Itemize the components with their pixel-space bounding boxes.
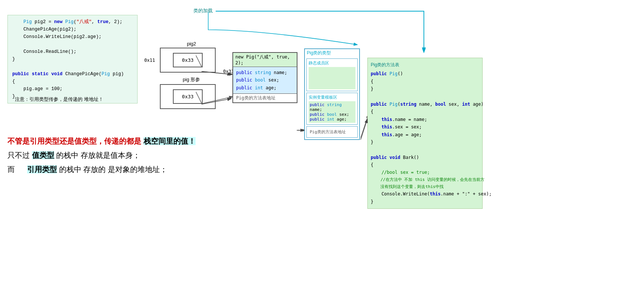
pig-param-label: pig 形参: [160, 76, 223, 83]
pig2-stack-label: pig2: [160, 41, 223, 47]
pig-static-content: [309, 67, 355, 89]
pig2-cell: 0x33: [173, 53, 203, 67]
pig-param-outer: 0x33: [160, 84, 216, 109]
heap-object-fields: public string name; public bool sex; pub…: [233, 67, 297, 93]
heap-object-box: new Pig("八戒", true, 2); public string na…: [232, 52, 297, 103]
svg-line-0: [196, 55, 202, 67]
bottom-line-2: 只不过 值类型 的栈中 存放就是值本身；: [7, 148, 196, 162]
pig-param-cell: 0x33: [173, 89, 203, 104]
bottom-line-3: 而 引用类型 的栈中 存放的 是对象的堆地址；: [7, 162, 196, 176]
pig2-addr: 0x11: [144, 58, 155, 63]
pig-type-label: Pig类的类型: [305, 49, 359, 57]
stack-diagram: pig2 0x11 0x33 pig 形参 0x33: [160, 41, 223, 111]
svg-line-1: [196, 92, 202, 103]
method-table-label: Pig类的方法表: [371, 61, 479, 68]
pig-static-section: 静态成员区: [306, 58, 358, 91]
class-load-label: 类的加载: [193, 7, 213, 14]
pig-inst-name: public string name;: [310, 102, 354, 112]
pig-inst-age: public int age;: [310, 117, 354, 122]
pig-instance-label: 实例变量模板区: [309, 95, 355, 100]
svg-line-5: [361, 119, 367, 140]
pig-static-label: 静态成员区: [309, 60, 355, 66]
heap-method-addr: Pig类的方法表地址: [233, 93, 297, 102]
method-table-code: public Pig() { } public Pig(string name,…: [371, 70, 479, 205]
pig-type-box: Pig类的类型 静态成员区 实例变量模板区 public string name…: [304, 48, 360, 140]
pig2-stack-outer: 0x11 0x33: [160, 48, 216, 73]
pig-method-addr-section: Pig类的方法表地址: [306, 126, 358, 138]
heap-field-sex: public bool sex;: [236, 76, 294, 84]
heap-field-age: public int age;: [236, 84, 294, 92]
heap-field-name: public string name;: [236, 69, 294, 76]
bottom-line-1: 不管是引用类型还是值类型，传递的都是 栈空间里的值！: [7, 134, 196, 148]
heap-object-header: new Pig("八戒", true, 2);: [233, 53, 297, 67]
pig-instance-content: public string name; public bool sex; pub…: [309, 101, 355, 123]
annotation-note: 注意：引用类型传参，是传递的 堆地址！: [15, 96, 103, 103]
method-table-box: Pig类的方法表 public Pig() { } public Pig(str…: [367, 58, 483, 209]
pig-method-addr-label: Pig类的方法表地址: [309, 128, 355, 136]
pig-inst-sex: public bool sex;: [310, 112, 354, 117]
bottom-summary: 不管是引用类型还是值类型，传递的都是 栈空间里的值！ 只不过 值类型 的栈中 存…: [7, 134, 196, 176]
code-block-topleft: Pig pig2 = new Pig("八戒", true, 2); Chang…: [7, 15, 138, 103]
pig-instance-section: 实例变量模板区 public string name; public bool …: [306, 93, 358, 125]
